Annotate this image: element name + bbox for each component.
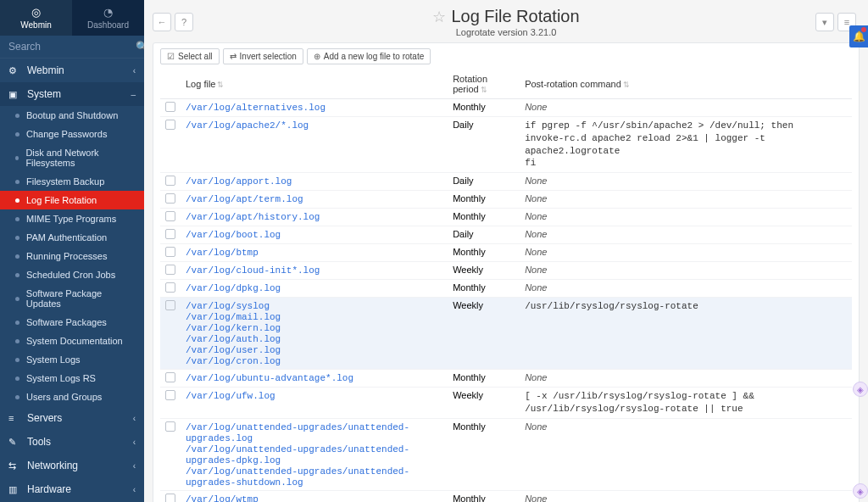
side-widget-1[interactable]: ◈ (853, 382, 868, 397)
tab-dashboard[interactable]: ◔ Dashboard (72, 0, 144, 36)
logfile-link[interactable]: /var/log/auth.log (186, 334, 281, 344)
select-all-button[interactable]: ☑Select all (160, 48, 220, 64)
col-postcmd[interactable]: Post-rotation command⇅ (520, 70, 852, 99)
table-row: /var/log/apt/term.logMonthlyNone (160, 191, 852, 209)
nav-category-hardware[interactable]: ▥Hardware‹ (0, 477, 144, 501)
nav-item-filesystem-backup[interactable]: Filesystem Backup (0, 172, 144, 191)
nav-item-label: PAM Authentication (26, 232, 107, 243)
nav-item-mime-type-programs[interactable]: MIME Type Programs (0, 209, 144, 228)
nav-item-users-and-groups[interactable]: Users and Groups (0, 388, 144, 406)
row-checkbox[interactable] (165, 229, 175, 239)
filter-button[interactable]: ▾ (815, 13, 834, 31)
nav-dot-icon (15, 376, 19, 381)
notifications-button[interactable]: 🔔 (849, 25, 868, 47)
category-label: Servers (27, 412, 62, 424)
row-checkbox[interactable] (165, 390, 175, 400)
col-period[interactable]: Rotation period⇅ (448, 70, 520, 99)
search-icon[interactable]: 🔍 (136, 41, 144, 53)
invert-selection-button[interactable]: ⇄Invert selection (223, 48, 303, 64)
row-checkbox[interactable] (165, 193, 175, 204)
postcmd-cell: None (520, 370, 852, 388)
nav-item-bootup-and-shutdown[interactable]: Bootup and Shutdown (0, 106, 144, 125)
logfile-link[interactable]: /var/log/kern.log (186, 323, 281, 333)
logfile-link[interactable]: /var/log/wtmp (186, 494, 259, 503)
search-input[interactable] (8, 41, 136, 53)
row-checkbox[interactable] (165, 282, 175, 293)
row-checkbox[interactable] (165, 247, 175, 257)
toolbar-top: ☑Select all ⇄Invert selection ⊕Add a new… (160, 48, 852, 64)
nav-item-change-passwords[interactable]: Change Passwords (0, 125, 144, 143)
row-checkbox[interactable] (165, 211, 175, 221)
postcmd-cell: None (520, 209, 852, 226)
postcmd-cell: None (520, 280, 852, 298)
nav-item-log-file-rotation[interactable]: Log File Rotation (0, 191, 144, 209)
title-block: ☆ Log File Rotation Logrotate version 3.… (197, 7, 815, 37)
logfile-link[interactable]: /var/log/unattended-upgrades/unattended-… (186, 422, 409, 443)
nav-category-networking[interactable]: ⇆Networking‹ (0, 454, 144, 477)
row-checkbox[interactable] (165, 494, 175, 503)
nav-item-software-packages[interactable]: Software Packages (0, 313, 144, 332)
row-checkbox[interactable] (165, 102, 175, 112)
logfile-link[interactable]: /var/log/cron.log (186, 356, 281, 366)
notification-dot (861, 27, 866, 32)
row-checkbox[interactable] (165, 300, 175, 310)
logfile-link[interactable]: /var/log/ufw.log (186, 391, 275, 401)
logfile-link[interactable]: /var/log/alternatives.log (186, 103, 326, 113)
logfile-link[interactable]: /var/log/apt/term.log (186, 194, 303, 204)
tab-label: Dashboard (87, 20, 129, 30)
nav-dot-icon (15, 273, 19, 277)
logfile-link[interactable]: /var/log/syslog (186, 301, 270, 311)
logfile-link[interactable]: /var/log/cloud-init*.log (186, 265, 320, 276)
logfile-link[interactable]: /var/log/unattended-upgrades/unattended-… (186, 466, 409, 488)
help-button[interactable]: ? (175, 13, 193, 31)
row-checkbox[interactable] (165, 265, 175, 275)
logfile-link[interactable]: /var/log/ubuntu-advantage*.log (186, 373, 353, 383)
nav-category-tools[interactable]: ✎Tools‹ (0, 430, 144, 454)
back-button[interactable]: ← (153, 13, 171, 31)
page-title: Log File Rotation (451, 7, 579, 26)
logfile-link[interactable]: /var/log/btmp (186, 248, 259, 258)
row-checkbox[interactable] (165, 176, 175, 186)
nav-category-system[interactable]: ▣System– (0, 82, 144, 106)
nav-dot-icon (15, 236, 19, 240)
logfile-link[interactable]: /var/log/user.log (186, 345, 281, 355)
logfile-link[interactable]: /var/log/mail.log (186, 312, 281, 322)
nav-item-running-processes[interactable]: Running Processes (0, 247, 144, 265)
nav-item-label: Users and Groups (26, 392, 102, 402)
nav-item-pam-authentication[interactable]: PAM Authentication (0, 228, 144, 247)
nav-item-software-package-updates[interactable]: Software Package Updates (0, 284, 144, 313)
category-label: Hardware (27, 483, 71, 495)
logfile-link[interactable]: /var/log/apt/history.log (186, 212, 320, 222)
logfile-link[interactable]: /var/log/unattended-upgrades/unattended-… (186, 444, 409, 466)
table-row: /var/log/wtmpMonthlyNone (160, 490, 852, 502)
row-checkbox[interactable] (165, 120, 175, 130)
category-label: System (27, 88, 61, 100)
period-cell: Weekly (448, 262, 520, 280)
logfile-link[interactable]: /var/log/apport.log (186, 176, 292, 187)
nav-item-label: Change Passwords (26, 129, 107, 139)
side-widget-2[interactable]: ◈ (853, 483, 868, 499)
postcmd-cell: None (520, 244, 852, 262)
logfile-link[interactable]: /var/log/boot.log (186, 230, 281, 240)
nav-item-system-logs[interactable]: System Logs (0, 350, 144, 369)
favorite-icon[interactable]: ☆ (432, 8, 446, 26)
nav-item-disk-and-network-filesystems[interactable]: Disk and Network Filesystems (0, 143, 144, 172)
nav-item-label: MIME Type Programs (26, 214, 116, 224)
add-log-button[interactable]: ⊕Add a new log file to rotate (307, 48, 431, 64)
nav-category-webmin[interactable]: ⚙Webmin‹ (0, 59, 144, 82)
nav-item-scheduled-cron-jobs[interactable]: Scheduled Cron Jobs (0, 265, 144, 284)
nav-item-system-documentation[interactable]: System Documentation (0, 332, 144, 350)
tab-webmin[interactable]: ◎ Webmin (0, 0, 72, 36)
nav-category-servers[interactable]: ≡Servers‹ (0, 406, 144, 430)
row-checkbox[interactable] (165, 372, 175, 382)
period-cell: Monthly (448, 191, 520, 209)
col-logfile[interactable]: Log file⇅ (181, 70, 448, 99)
nav-item-system-logs-rs[interactable]: System Logs RS (0, 369, 144, 388)
nav-dot-icon (15, 198, 19, 203)
category-label: Webmin (27, 64, 64, 76)
period-cell: Monthly (448, 99, 520, 117)
row-checkbox[interactable] (165, 421, 175, 432)
logfile-link[interactable]: /var/log/dpkg.log (186, 283, 281, 293)
table-row: /var/log/apport.logDailyNone (160, 173, 852, 191)
logfile-link[interactable]: /var/log/apache2/*.log (186, 120, 309, 131)
